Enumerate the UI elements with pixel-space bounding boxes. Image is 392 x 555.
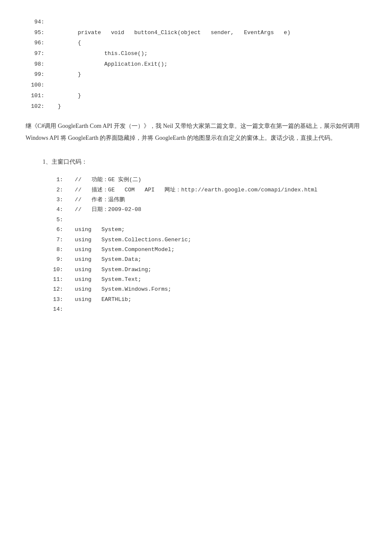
line-content: } — [51, 91, 366, 101]
code-line-1: 1: // 功能：GE 实例(二) — [51, 175, 366, 185]
code-line-98: 98: Application.Exit(); — [26, 59, 366, 70]
line-content: // 描述：GE COM API 网址：http://earth.google.… — [68, 185, 366, 195]
code-line-94: 94: — [26, 17, 366, 28]
code-line-7: 7: using System.Collections.Generic; — [51, 235, 366, 245]
code-line-5: 5: — [51, 215, 366, 225]
line-number: 1: — [51, 175, 68, 185]
top-code-block: 94: 95: private void button4_Click(objec… — [26, 17, 366, 112]
line-content: } — [51, 101, 366, 112]
line-content: private void button4_Click(object sender… — [51, 28, 366, 38]
code-line-12: 12: using System.Windows.Forms; — [51, 284, 366, 294]
line-number: 95: — [26, 28, 51, 38]
code-line-100: 100: — [26, 80, 366, 91]
line-number: 96: — [26, 38, 51, 49]
line-content: using System; — [68, 225, 366, 234]
code-line-96: 96: { — [26, 38, 366, 49]
main-code-block: 1: // 功能：GE 实例(二) 2: // 描述：GE COM API 网址… — [51, 175, 366, 314]
line-content: // 作者：温伟鹏 — [68, 195, 366, 205]
line-number: 97: — [26, 49, 51, 59]
line-number: 8: — [51, 245, 68, 254]
line-number: 102: — [26, 101, 51, 112]
line-number: 99: — [26, 69, 51, 80]
line-number: 3: — [51, 195, 68, 205]
code-line-10: 10: using System.Drawing; — [51, 265, 366, 275]
line-content: // 日期：2009-02-08 — [68, 205, 366, 214]
line-content: using System.Text; — [68, 275, 366, 284]
line-number: 12: — [51, 284, 68, 294]
article-paragraph: 继《C#调用 GoogleEarth Com API 开发（一）》，我 Neil… — [26, 120, 366, 144]
code-line-9: 9: using System.Data; — [51, 254, 366, 264]
code-line-95: 95: private void button4_Click(object se… — [26, 28, 366, 38]
code-line-6: 6: using System; — [51, 225, 366, 234]
line-number: 9: — [51, 254, 68, 264]
line-content: using System.Windows.Forms; — [68, 284, 366, 294]
line-number: 7: — [51, 235, 68, 245]
line-number: 94: — [26, 17, 51, 28]
line-content: this.Close(); — [51, 49, 366, 59]
code-line-101: 101: } — [26, 91, 366, 101]
line-content: Application.Exit(); — [51, 59, 366, 70]
line-content: using System.Drawing; — [68, 265, 366, 275]
code-line-97: 97: this.Close(); — [26, 49, 366, 59]
line-content: using EARTHLib; — [68, 295, 366, 304]
code-line-14: 14: — [51, 304, 366, 314]
line-number: 11: — [51, 275, 68, 284]
code-line-102: 102: } — [26, 101, 366, 112]
code-line-3: 3: // 作者：温伟鹏 — [51, 195, 366, 205]
line-number: 101: — [26, 91, 51, 101]
code-line-99: 99: } — [26, 69, 366, 80]
line-number: 2: — [51, 185, 68, 195]
code-line-11: 11: using System.Text; — [51, 275, 366, 284]
line-number: 13: — [51, 295, 68, 304]
section-heading: 1、主窗口代码： — [43, 156, 366, 168]
code-line-4: 4: // 日期：2009-02-08 — [51, 205, 366, 214]
line-number: 100: — [26, 80, 51, 91]
line-number: 14: — [51, 304, 68, 314]
line-content: using System.Collections.Generic; — [68, 235, 366, 245]
line-content: } — [51, 69, 366, 80]
line-content: { — [51, 38, 366, 49]
line-number: 4: — [51, 205, 68, 214]
line-content: using System.Data; — [68, 254, 366, 264]
line-number: 6: — [51, 225, 68, 234]
code-line-2: 2: // 描述：GE COM API 网址：http://earth.goog… — [51, 185, 366, 195]
line-content: using System.ComponentModel; — [68, 245, 366, 254]
line-content: // 功能：GE 实例(二) — [68, 175, 366, 185]
code-line-8: 8: using System.ComponentModel; — [51, 245, 366, 254]
line-number: 10: — [51, 265, 68, 275]
code-line-13: 13: using EARTHLib; — [51, 295, 366, 304]
line-number: 5: — [51, 215, 68, 225]
line-number: 98: — [26, 59, 51, 70]
